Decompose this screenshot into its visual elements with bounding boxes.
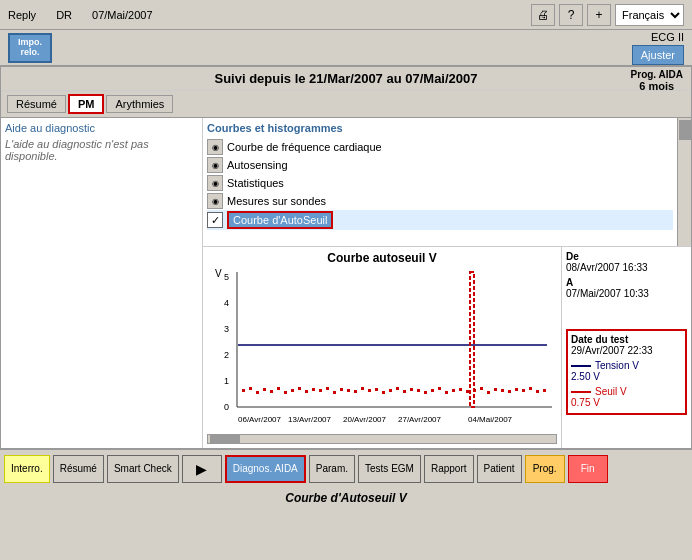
chart-left: Courbe autoseuil V V 0 1 2 3 4 bbox=[203, 247, 561, 448]
autoseuil-checkbox[interactable]: ✓ bbox=[207, 212, 223, 228]
svg-rect-17 bbox=[291, 389, 294, 392]
svg-rect-29 bbox=[375, 388, 378, 391]
svg-rect-10 bbox=[242, 389, 245, 392]
tests-egm-button[interactable]: Tests EGM bbox=[358, 455, 421, 483]
ecg-section: ECG II Ajuster bbox=[632, 31, 684, 65]
svg-rect-41 bbox=[459, 388, 462, 391]
svg-text:1: 1 bbox=[224, 376, 229, 386]
top-icons: 🖨 ? + Français bbox=[531, 4, 684, 26]
svg-text:04/Mai/2007: 04/Mai/2007 bbox=[468, 415, 513, 424]
patient-button[interactable]: Patient bbox=[477, 455, 522, 483]
svg-rect-39 bbox=[445, 391, 448, 394]
tension-value: 2.50 V bbox=[571, 371, 682, 382]
ecg-label: ECG II bbox=[651, 31, 684, 43]
chart-title: Courbe autoseuil V bbox=[207, 251, 557, 265]
svg-rect-20 bbox=[312, 388, 315, 391]
courbe-stats[interactable]: ◉ Statistiques bbox=[207, 174, 673, 192]
second-bar: Impo. relo. ECG II Ajuster bbox=[0, 30, 692, 66]
courbes-scrollbar[interactable] bbox=[677, 118, 691, 246]
svg-rect-19 bbox=[305, 390, 308, 393]
svg-rect-27 bbox=[361, 387, 364, 390]
svg-rect-24 bbox=[340, 388, 343, 391]
svg-rect-54 bbox=[470, 272, 474, 407]
svg-rect-36 bbox=[424, 391, 427, 394]
tension-row: Tension V 2.50 V bbox=[571, 360, 682, 382]
seuil-value: 0.75 V bbox=[571, 397, 682, 408]
mesures-icon: ◉ bbox=[207, 193, 223, 209]
svg-rect-53 bbox=[543, 389, 546, 392]
svg-text:0: 0 bbox=[224, 402, 229, 412]
resume-button[interactable]: Résumé bbox=[53, 455, 104, 483]
seuil-legend bbox=[571, 391, 591, 393]
de-label: De bbox=[566, 251, 687, 262]
freq-icon: ◉ bbox=[207, 139, 223, 155]
date-test-row: Date du test 29/Avr/2007 22:33 bbox=[571, 334, 682, 356]
tab-arythmies[interactable]: Arythmies bbox=[106, 95, 173, 113]
ajuster-button[interactable]: Ajuster bbox=[632, 45, 684, 65]
date-label: 07/Mai/2007 bbox=[92, 9, 531, 21]
play-button[interactable]: ▶ bbox=[182, 455, 222, 483]
svg-text:2: 2 bbox=[224, 350, 229, 360]
svg-rect-45 bbox=[487, 391, 490, 394]
svg-rect-22 bbox=[326, 387, 329, 390]
diagnos-aida-button[interactable]: Diagnos. AIDA bbox=[225, 455, 306, 483]
rapport-button[interactable]: Rapport bbox=[424, 455, 474, 483]
help-icon[interactable]: ? bbox=[559, 4, 583, 26]
svg-rect-35 bbox=[417, 389, 420, 392]
freq-label: Courbe de fréquence cardiaque bbox=[227, 141, 382, 153]
svg-rect-46 bbox=[494, 388, 497, 391]
svg-text:13/Avr/2007: 13/Avr/2007 bbox=[288, 415, 332, 424]
svg-rect-49 bbox=[515, 388, 518, 391]
tab-resume[interactable]: Résumé bbox=[7, 95, 66, 113]
svg-rect-30 bbox=[382, 391, 385, 394]
svg-rect-16 bbox=[284, 391, 287, 394]
chart-area: Courbe autoseuil V V 0 1 2 3 4 bbox=[203, 247, 691, 448]
prog-button[interactable]: Prog. bbox=[525, 455, 565, 483]
de-value: 08/Avr/2007 16:33 bbox=[566, 262, 687, 273]
svg-rect-37 bbox=[431, 389, 434, 392]
param-button[interactable]: Param. bbox=[309, 455, 355, 483]
suivi-title: Suivi depuis le 21/Mar/2007 au 07/Mai/20… bbox=[214, 71, 477, 86]
main-content: Suivi depuis le 21/Mar/2007 au 07/Mai/20… bbox=[0, 66, 692, 449]
a-value: 07/Mai/2007 10:33 bbox=[566, 288, 687, 299]
printer-icon[interactable]: 🖨 bbox=[531, 4, 555, 26]
courbe-freq[interactable]: ◉ Courbe de fréquence cardiaque bbox=[207, 138, 673, 156]
courbes-list-panel: Courbes et histogrammes ◉ Courbe de fréq… bbox=[203, 118, 677, 246]
language-select[interactable]: Français bbox=[615, 4, 684, 26]
de-section: De 08/Avr/2007 16:33 bbox=[566, 251, 687, 273]
courbe-autoseuil[interactable]: ✓ Courbe d'AutoSeuil bbox=[207, 210, 673, 230]
mesures-label: Mesures sur sondes bbox=[227, 195, 326, 207]
content-area: Aide au diagnostic L'aide au diagnostic … bbox=[1, 118, 691, 448]
aide-title: Aide au diagnostic bbox=[5, 122, 198, 134]
date-test-label: Date du test bbox=[571, 334, 682, 345]
fin-button[interactable]: Fin bbox=[568, 455, 608, 483]
chart-svg: V 0 1 2 3 4 5 bbox=[207, 267, 557, 432]
a-label: A bbox=[566, 277, 687, 288]
autoseuil-label: Courbe d'AutoSeuil bbox=[227, 211, 333, 229]
svg-rect-32 bbox=[396, 387, 399, 390]
impo-relo-button[interactable]: Impo. relo. bbox=[8, 33, 52, 63]
smart-check-button[interactable]: Smart Check bbox=[107, 455, 179, 483]
svg-text:06/Avr/2007: 06/Avr/2007 bbox=[238, 415, 282, 424]
courbe-autosensing[interactable]: ◉ Autosensing bbox=[207, 156, 673, 174]
dr-label: DR bbox=[56, 9, 72, 21]
svg-rect-11 bbox=[249, 387, 252, 390]
scrollbar-thumb bbox=[679, 120, 691, 140]
courbes-panel: Courbes et histogrammes ◉ Courbe de fréq… bbox=[203, 118, 691, 247]
svg-text:20/Avr/2007: 20/Avr/2007 bbox=[343, 415, 387, 424]
plus-icon[interactable]: + bbox=[587, 4, 611, 26]
h-scrollbar[interactable] bbox=[207, 434, 557, 444]
svg-rect-28 bbox=[368, 389, 371, 392]
prog-aida: Prog. AIDA 6 mois bbox=[631, 69, 683, 92]
courbe-mesures[interactable]: ◉ Mesures sur sondes bbox=[207, 192, 673, 210]
tab-pm[interactable]: PM bbox=[68, 94, 105, 114]
svg-rect-21 bbox=[319, 389, 322, 392]
interro-button[interactable]: Interro. bbox=[4, 455, 50, 483]
svg-rect-12 bbox=[256, 391, 259, 394]
svg-rect-34 bbox=[410, 388, 413, 391]
stats-icon: ◉ bbox=[207, 175, 223, 191]
svg-rect-40 bbox=[452, 389, 455, 392]
svg-text:5: 5 bbox=[224, 272, 229, 282]
reply-button[interactable]: Reply bbox=[8, 9, 36, 21]
svg-rect-23 bbox=[333, 391, 336, 394]
